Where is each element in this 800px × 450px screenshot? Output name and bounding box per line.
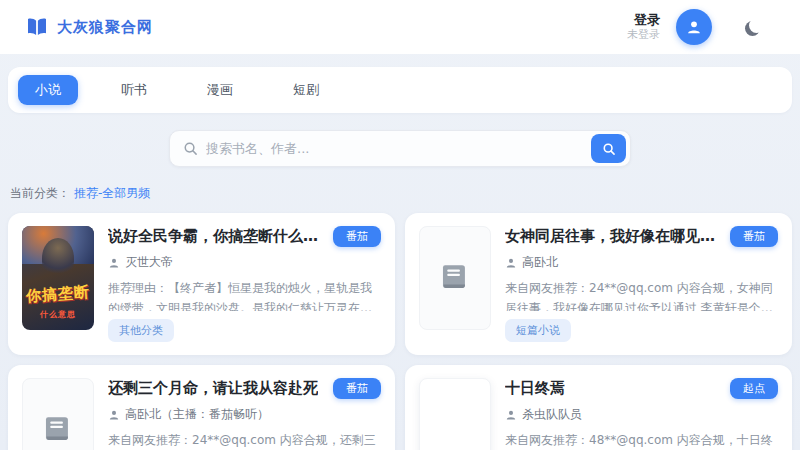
book-title[interactable]: 女神同居往事，我好像在哪见过你 xyxy=(505,226,720,246)
book-author: 灭世大帝 xyxy=(125,254,173,271)
book-card[interactable]: 还剩三个月命，请让我从容赴死 番茄 高卧北（主播：番茄畅听） 来自网友推荐：24… xyxy=(8,365,395,450)
search-submit-button[interactable] xyxy=(591,134,626,163)
search-button-icon xyxy=(602,142,616,156)
book-card[interactable]: 十日终焉 起点 杀虫队队员 来自网友推荐：48**@qq.com 内容合规，十日… xyxy=(405,365,792,450)
current-category-row: 当前分类： 推荐-全部男频 xyxy=(10,185,800,202)
tab-novel[interactable]: 小说 xyxy=(18,75,78,105)
category-tabbar: 小说 听书 漫画 短剧 xyxy=(8,67,792,113)
search-input[interactable] xyxy=(198,141,591,156)
book-card[interactable]: 女神同居往事，我好像在哪见过你 番茄 高卧北 来自网友推荐：24**@qq.co… xyxy=(405,213,792,355)
book-cover-placeholder xyxy=(419,226,491,330)
cover-subtitle-text: 什么意思 xyxy=(22,309,94,320)
source-badge: 番茄 xyxy=(333,378,381,399)
book-tag[interactable]: 其他分类 xyxy=(108,319,174,342)
book-author: 高卧北 xyxy=(522,254,558,271)
user-avatar[interactable] xyxy=(676,9,712,45)
book-author: 高卧北（主播：番茄畅听） xyxy=(125,406,269,423)
current-category-link[interactable]: 推荐-全部男频 xyxy=(74,185,150,202)
book-description: 来自网友推荐：48**@qq.com 内容合规，十日终焉予以通过（不后宫，不套路… xyxy=(505,431,778,450)
book-cover-blank xyxy=(419,378,491,450)
book-title[interactable]: 说好全民争霸，你搞垄断什么意思 xyxy=(108,226,323,246)
author-icon xyxy=(505,257,517,269)
tab-shortdrama[interactable]: 短剧 xyxy=(276,75,336,105)
source-badge: 起点 xyxy=(730,378,778,399)
source-badge: 番茄 xyxy=(333,226,381,247)
book-title[interactable]: 还剩三个月命，请让我从容赴死 xyxy=(108,378,318,398)
login-block[interactable]: 登录 未登录 xyxy=(627,12,660,42)
book-placeholder-icon xyxy=(41,413,75,447)
book-placeholder-icon xyxy=(438,261,472,295)
book-title[interactable]: 十日终焉 xyxy=(505,378,565,398)
book-cover-image: 你搞垄断 什么意思 xyxy=(22,226,94,330)
source-badge: 番茄 xyxy=(730,226,778,247)
book-logo-icon xyxy=(26,18,48,36)
author-icon xyxy=(108,409,120,421)
app-header: 大灰狼聚合网 登录 未登录 xyxy=(0,0,800,54)
site-title: 大灰狼聚合网 xyxy=(57,18,153,37)
search-bar xyxy=(169,130,631,167)
search-icon xyxy=(183,141,198,156)
dark-mode-toggle[interactable] xyxy=(734,10,772,44)
book-tag[interactable]: 短篇小说 xyxy=(505,319,571,342)
moon-icon xyxy=(749,18,764,33)
current-category-label: 当前分类： xyxy=(10,185,70,202)
book-description: 推荐理由：【终产者】恒星是我的烛火，星轨是我的绶带，文明是我的沙盘。是我的仁慈让… xyxy=(108,279,381,311)
login-label[interactable]: 登录 xyxy=(627,12,660,28)
book-card[interactable]: 你搞垄断 什么意思 说好全民争霸，你搞垄断什么意思 番茄 灭世大帝 推荐理由：【… xyxy=(8,213,395,355)
book-description: 来自网友推荐：24**@qq.com 内容合规，还剩三个月命，请让我从容赴死予以… xyxy=(108,431,381,450)
book-author: 杀虫队队员 xyxy=(522,406,582,423)
login-status: 未登录 xyxy=(627,28,660,42)
cover-title-text: 你搞垄断 xyxy=(22,283,94,307)
author-icon xyxy=(108,257,120,269)
site-logo[interactable]: 大灰狼聚合网 xyxy=(26,18,153,37)
book-cover-placeholder xyxy=(22,378,94,450)
tab-comic[interactable]: 漫画 xyxy=(190,75,250,105)
author-icon xyxy=(505,409,517,421)
person-icon xyxy=(685,18,703,36)
book-description: 来自网友推荐：24**@qq.com 内容合规，女神同居往事，我好像在哪见过你予… xyxy=(505,279,778,311)
book-card-grid: 你搞垄断 什么意思 说好全民争霸，你搞垄断什么意思 番茄 灭世大帝 推荐理由：【… xyxy=(8,213,792,450)
tab-audiobook[interactable]: 听书 xyxy=(104,75,164,105)
